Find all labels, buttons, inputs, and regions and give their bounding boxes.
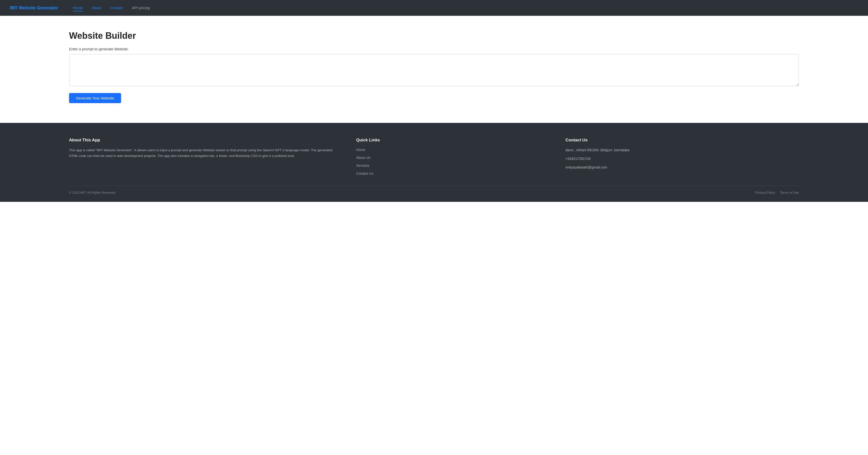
footer-quick-links-title: Quick Links [356,138,551,143]
nav-link-contact[interactable]: Contact [110,6,123,10]
nav-item-api-pricing[interactable]: API pricing [132,6,150,10]
footer-grid: About This App This app is called "IMT W… [69,138,799,176]
prompt-label: Enter a prompt to generate Website: [69,47,799,51]
nav-link-api-pricing[interactable]: API pricing [132,6,150,10]
footer-contact-title: Contact Us [565,138,799,143]
footer-about-text: This app is called "IMT Website Generato… [69,147,341,159]
footer-copyright: © 2023 IMT. All Rights Reserved. [69,191,116,194]
main-content: Website Builder Enter a prompt to genera… [0,16,868,123]
footer-link-contact-us-anchor[interactable]: Contact Us [356,171,373,175]
nav-item-home[interactable]: Home [73,6,83,10]
footer-link-home[interactable]: Home [356,147,551,152]
footer-bottom: © 2023 IMT. All Rights Reserved. Privacy… [69,191,799,194]
terms-of-use-link[interactable]: Terms of Use [780,191,799,194]
footer-link-services[interactable]: Services [356,163,551,168]
footer-divider [69,186,799,186]
nav-item-contact[interactable]: Contact [110,6,123,10]
footer-contact-address: darur , Athani-591304 ,Belgum ,karnataka [565,147,799,153]
footer-link-about-us-anchor[interactable]: About Us [356,156,370,160]
footer-contact-section: Contact Us darur , Athani-591304 ,Belgum… [565,138,799,176]
navbar: IMT Website Generator Home About Contact… [0,0,868,16]
nav-links: Home About Contact API pricing [73,6,150,10]
privacy-policy-link[interactable]: Privacy Policy [755,191,775,194]
footer-link-home-anchor[interactable]: Home [356,148,365,152]
footer-about-title: About This App [69,138,341,143]
footer-contact-email: imtiyazakiwat0@gmail.com [565,165,799,170]
footer-quick-links-section: Quick Links Home About Us Services Conta… [356,138,551,176]
footer-about-section: About This App This app is called "IMT W… [69,138,341,176]
prompt-textarea[interactable] [69,54,799,86]
nav-link-about[interactable]: About [92,6,101,10]
page-title: Website Builder [69,31,799,41]
footer-links-list: Home About Us Services Contact Us [356,147,551,176]
footer-legal-links: Privacy Policy Terms of Use [755,191,799,194]
footer-link-contact-us[interactable]: Contact Us [356,171,551,176]
footer-link-services-anchor[interactable]: Services [356,164,369,168]
nav-brand[interactable]: IMT Website Generator [10,5,58,10]
nav-item-about[interactable]: About [92,6,101,10]
generate-button[interactable]: Generate Your Website [69,93,121,103]
footer-link-about-us[interactable]: About Us [356,155,551,160]
footer-contact-phone: +918217291743 [565,156,799,161]
footer: About This App This app is called "IMT W… [0,123,868,202]
nav-link-home[interactable]: Home [73,6,83,11]
